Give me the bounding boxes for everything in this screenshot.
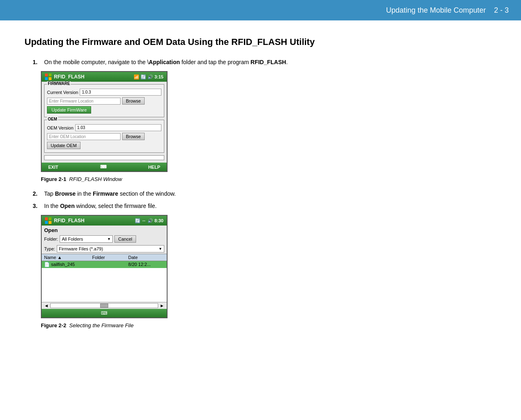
figure-1-caption-label: Figure 2-1: [41, 176, 66, 182]
header-page-number: 2 - 3: [494, 6, 509, 15]
open-window: RFID_FLASH 🔄 ↔ 🔊 8:30 Open Folder: All F…: [41, 215, 168, 318]
window-2-app-name: RFID_FLASH: [54, 218, 85, 223]
svg-rect-6: [45, 221, 48, 224]
step-2: 2. Tap Browse in the Firmware section of…: [33, 190, 496, 197]
page-title: Updating the Firmware and OEM Data Using…: [25, 37, 496, 47]
firmware-section-label: FIRMWARE: [47, 81, 71, 86]
titlebar2-right: 🔄 ↔ 🔊 8:30: [135, 218, 163, 223]
window-1-body: FIRMWARE Current Version 1.0.3 Enter Fir…: [42, 82, 167, 163]
step-3: 3. In the Open window, select the firmwa…: [33, 203, 496, 209]
scroll-left-icon[interactable]: ◄: [44, 303, 49, 308]
step-1-text: On the mobile computer, navigate to the …: [44, 59, 288, 65]
type-select-value: Firmware Files (*.a79): [59, 246, 103, 251]
type-select-arrow-icon: ▼: [159, 247, 162, 251]
firmware-section: FIRMWARE Current Version 1.0.3 Enter Fir…: [44, 84, 164, 117]
type-label: Type:: [44, 246, 55, 251]
horizontal-scrollbar[interactable]: [50, 303, 158, 308]
folder-select-value: All Folders: [62, 237, 83, 241]
window-1-time: 3:15: [154, 74, 163, 79]
step-1: 1. On the mobile computer, navigate to t…: [33, 59, 496, 65]
keyboard-icon-2: ⌨: [101, 311, 107, 316]
step-2-text: Tap Browse in the Firmware section of th…: [44, 190, 176, 197]
figure-2-caption-label: Figure 2-2: [41, 322, 66, 328]
svg-rect-1: [49, 74, 51, 76]
window-2-titlebar: RFID_FLASH 🔄 ↔ 🔊 8:30: [42, 216, 167, 226]
rfid-flash-window: RFID_FLASH 📶 🔄 🔊 3:15 FIRMWARE Current V…: [41, 71, 168, 172]
firmware-version-input[interactable]: 1.0.3: [80, 89, 161, 96]
connectivity-icon: 🔄 ↔ 🔊: [135, 218, 154, 223]
table-col-date[interactable]: Date: [128, 255, 164, 260]
header-title: Updating the Mobile Computer: [386, 6, 486, 15]
oem-browse-button[interactable]: Browse: [122, 133, 145, 140]
scrollbar-area: ◄ ►: [42, 302, 167, 309]
oem-update-row: Update OEM: [47, 142, 161, 149]
exit-button[interactable]: EXIT: [48, 165, 58, 170]
window-2-footer: ⌨: [42, 309, 167, 317]
windows-logo-icon-2: [45, 217, 51, 224]
scroll-right-icon[interactable]: ►: [160, 303, 164, 308]
help-button[interactable]: HELP: [148, 165, 160, 170]
table-row[interactable]: 📄 sailfish_245 8/20 12:2...: [42, 261, 167, 268]
keyboard-icon: ⌨: [100, 164, 107, 170]
oem-section: OEM OEM Version 1.03 Enter OEM Location …: [44, 120, 164, 153]
step-2-number: 2.: [33, 190, 41, 197]
oem-section-label: OEM: [47, 117, 58, 121]
step-3-number: 3.: [33, 203, 41, 209]
table-col-name[interactable]: Name ▲: [44, 255, 92, 260]
firmware-browse-button[interactable]: Browse: [122, 97, 145, 105]
folder-select-arrow-icon: ▼: [107, 237, 111, 241]
window-1-footer: EXIT ⌨ HELP: [42, 163, 167, 171]
windows-logo-icon: [45, 74, 51, 80]
table-col-folder[interactable]: Folder: [92, 255, 128, 260]
window-2-time: 8:30: [154, 218, 163, 223]
file-date-cell: 8/20 12:2...: [128, 262, 164, 267]
firmware-version-row: Current Version 1.0.3: [47, 89, 161, 96]
type-select[interactable]: Firmware Files (*.a79) ▼: [57, 245, 164, 252]
oem-version-label: OEM Version: [47, 125, 74, 130]
type-row: Type: Firmware Files (*.a79) ▼: [42, 244, 167, 254]
figure-1-container: RFID_FLASH 📶 🔄 🔊 3:15 FIRMWARE Current V…: [41, 71, 496, 172]
folder-select[interactable]: All Folders ▼: [60, 235, 113, 243]
firmware-location-input[interactable]: Enter Firmware Location: [47, 98, 121, 105]
firmware-update-row: Update FirmWare: [47, 106, 161, 114]
progress-bar: [44, 155, 164, 160]
window-1-app-name: RFID_FLASH: [54, 74, 85, 80]
open-label: Open: [42, 226, 167, 234]
figure-2-caption: Figure 2-2 Selecting the Firmware File: [41, 322, 496, 328]
file-table-body: 📄 sailfish_245 8/20 12:2...: [42, 261, 167, 302]
oem-location-row: Enter OEM Location Browse: [47, 133, 161, 140]
main-content: Updating the Firmware and OEM Data Using…: [0, 20, 521, 353]
titlebar2-left: RFID_FLASH: [45, 217, 85, 224]
figure-1-caption-text: RFID_FLASH Window: [69, 176, 122, 182]
file-name-cell: 📄 sailfish_245: [44, 262, 92, 267]
step-1-number: 1.: [33, 59, 41, 65]
cancel-button[interactable]: Cancel: [114, 235, 136, 243]
sort-icon: ▲: [57, 255, 62, 260]
firmware-location-row: Enter Firmware Location Browse: [47, 97, 161, 105]
titlebar-right: 📶 🔄 🔊 3:15: [134, 74, 163, 80]
svg-rect-4: [45, 217, 48, 220]
file-folder-cell: [92, 262, 128, 267]
oem-update-button[interactable]: Update OEM: [47, 142, 80, 149]
svg-rect-3: [49, 77, 51, 80]
titlebar-left: RFID_FLASH: [45, 74, 85, 80]
firmware-update-button[interactable]: Update FirmWare: [47, 106, 91, 114]
file-icon: 📄: [44, 262, 50, 267]
header-bar: Updating the Mobile Computer 2 - 3: [0, 0, 521, 20]
step-3-text: In the Open window, select the firmware …: [44, 203, 157, 209]
folder-label: Folder:: [44, 237, 58, 241]
window-1-titlebar: RFID_FLASH 📶 🔄 🔊 3:15: [42, 72, 167, 82]
oem-location-input[interactable]: Enter OEM Location: [47, 133, 121, 140]
oem-version-row: OEM Version 1.03: [47, 124, 161, 131]
figure-2-caption-text: Selecting the Firmware File: [69, 322, 134, 328]
folder-row: Folder: All Folders ▼ Cancel: [42, 234, 167, 244]
svg-rect-2: [45, 77, 48, 80]
oem-version-input[interactable]: 1.03: [75, 124, 161, 131]
firmware-version-label: Current Version: [47, 90, 78, 95]
file-table-header: Name ▲ Folder Date: [42, 254, 167, 261]
figure-1-caption: Figure 2-1 RFID_FLASH Window: [41, 176, 496, 182]
svg-rect-5: [49, 217, 51, 220]
svg-rect-0: [45, 74, 48, 76]
figure-2-container: RFID_FLASH 🔄 ↔ 🔊 8:30 Open Folder: All F…: [41, 215, 496, 318]
signal-icon: 📶 🔄 🔊: [134, 74, 154, 79]
